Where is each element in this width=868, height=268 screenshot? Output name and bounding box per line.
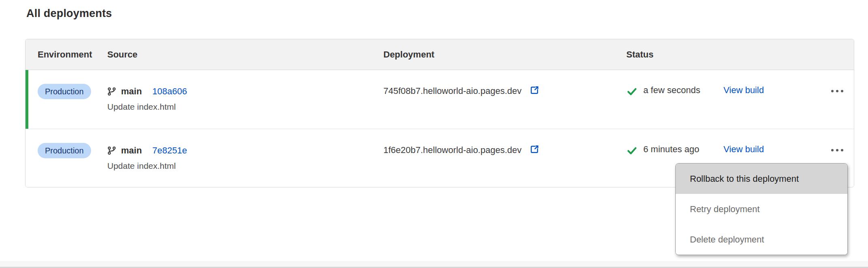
environment-badge: Production: [38, 143, 91, 158]
column-header-source: Source: [107, 49, 383, 60]
view-build-link[interactable]: View build: [723, 85, 764, 95]
row-menu-cell: [822, 70, 852, 129]
environment-cell: Production: [26, 129, 107, 187]
source-cell: main 108a606 Update index.html: [107, 70, 383, 129]
branch-name: main: [121, 86, 142, 97]
status-time: 6 minutes ago: [643, 144, 699, 155]
column-header-deployment: Deployment: [383, 49, 626, 60]
row-actions-menu-button[interactable]: [831, 144, 843, 156]
current-deployment-indicator: [26, 70, 28, 129]
commit-message: Update index.html: [107, 102, 383, 112]
section-divider: [0, 262, 868, 268]
branch-name: main: [121, 145, 142, 156]
menu-item-rollback[interactable]: Rollback to this deployment: [676, 164, 847, 194]
success-check-icon: [626, 86, 638, 97]
deployment-actions-menu: Rollback to this deployment Retry deploy…: [675, 163, 848, 255]
deployment-cell: 1f6e20b7.helloworld-aio.pages.dev: [383, 129, 626, 187]
deployment-url: 745f08b7.helloworld-aio.pages.dev: [383, 86, 521, 96]
git-branch-icon: [107, 146, 116, 155]
source-cell: main 7e8251e Update index.html: [107, 129, 383, 187]
environment-badge: Production: [38, 84, 91, 99]
view-build-link[interactable]: View build: [723, 144, 764, 154]
menu-item-delete[interactable]: Delete deployment: [676, 224, 847, 255]
column-header-status: Status: [626, 49, 723, 60]
external-link-icon[interactable]: [529, 144, 540, 155]
success-check-icon: [626, 145, 638, 156]
row-actions-menu-button[interactable]: [831, 85, 843, 97]
commit-message: Update index.html: [107, 161, 383, 171]
view-build-cell: View build: [723, 70, 822, 129]
status-cell: a few seconds: [626, 70, 723, 129]
deployment-cell: 745f08b7.helloworld-aio.pages.dev: [383, 70, 626, 129]
status-time: a few seconds: [643, 85, 700, 96]
menu-item-retry[interactable]: Retry deployment: [676, 194, 847, 224]
table-header-row: Environment Source Deployment Status: [26, 39, 854, 70]
commit-link[interactable]: 108a606: [152, 86, 187, 97]
table-row: Production main 108a606 Update index.htm…: [26, 70, 854, 129]
environment-cell: Production: [26, 70, 107, 129]
git-branch-icon: [107, 87, 116, 96]
column-header-environment: Environment: [26, 49, 107, 60]
commit-link[interactable]: 7e8251e: [152, 145, 187, 156]
deployments-page: All deployments Environment Source Deplo…: [0, 0, 868, 268]
deployment-url: 1f6e20b7.helloworld-aio.pages.dev: [383, 145, 521, 155]
page-title: All deployments: [26, 7, 112, 20]
external-link-icon[interactable]: [529, 85, 540, 96]
